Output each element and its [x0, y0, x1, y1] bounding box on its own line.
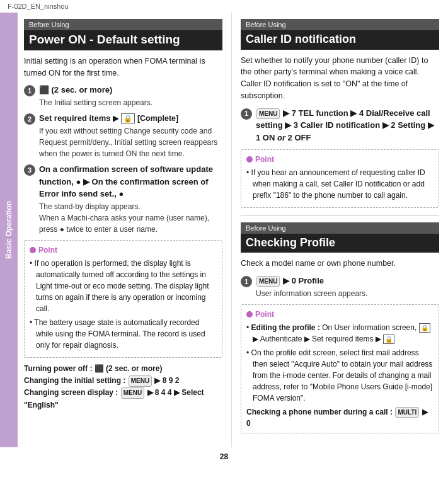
profile-point-box: Point Editing the profile : On User info… [241, 304, 439, 433]
profile-step-sub: User information screen appears. [256, 288, 439, 299]
content-area: Basic Operation Before Using Power ON - … [0, 13, 448, 447]
step3-sub: The stand-by display appears.When a Mach… [39, 201, 222, 235]
step-content-3: On a confirmation screen of software upd… [39, 163, 222, 235]
caller-id-bullet-1: If you hear an announcement of requestin… [246, 167, 434, 201]
step-num-3: 3 [24, 164, 35, 176]
caller-id-point-label: Point [246, 154, 434, 165]
step-1: 1 ⬛ (2 sec. or more) The Initial setting… [24, 84, 222, 108]
profile-header: Before Using [241, 222, 439, 234]
profile-point-label: Point [246, 309, 434, 320]
right-column: Before Using Caller ID notification Set … [232, 13, 448, 447]
left-point-label: Point [30, 244, 217, 256]
left-bullet-1: If no operation is performed, the displa… [30, 258, 217, 314]
step1-main: (2 sec. or more) [51, 85, 112, 94]
left-bullet-2: The battery usage state is automatically… [30, 317, 217, 351]
step1-icon: ⬛ [39, 85, 49, 94]
step2-sub: If you exit without setting Change secur… [39, 125, 222, 159]
caller-id-title: Caller ID notification [241, 30, 439, 50]
filename-label: F-02D_EN_ninshou [8, 3, 69, 10]
left-intro: Initial setting is an operation when FOM… [24, 55, 222, 79]
profile-step-num: 1 [241, 276, 252, 287]
left-point-box: Point If no operation is performed, the … [24, 240, 222, 358]
checking-profile-section: Before Using Checking Profile Check a mo… [241, 222, 439, 433]
left-bold-1: Turning power off : ⬛ (2 sec. or more) [24, 363, 222, 375]
caller-id-point-box: Point If you hear an announcement of req… [241, 149, 439, 208]
left-section: Before Using Power ON - Default setting … [24, 19, 222, 411]
caller-id-section: Before Using Caller ID notification Set … [241, 19, 439, 208]
profile-step-content: MENU ▶ 0 Profile User information screen… [256, 275, 439, 299]
step-content-2: Set required items ▶ 🔒 [Complete] If you… [39, 112, 222, 159]
step2-rest: ▶ 🔒 [Complete] [113, 114, 178, 123]
profile-step-1: 1 MENU ▶ 0 Profile User information scre… [241, 275, 439, 299]
page-number: 28 [0, 447, 448, 464]
profile-intro: Check a model name or own phone number. [241, 258, 439, 270]
caller-id-header: Before Using [241, 19, 439, 30]
caller-id-intro: Set whether to notify your phone number … [241, 55, 439, 102]
left-title: Power ON - Default setting [24, 30, 222, 50]
step-content-1: ⬛ (2 sec. or more) The Initial setting s… [39, 84, 222, 108]
section-divider [241, 215, 439, 216]
caller-id-step-text: MENU ▶ 7 TEL function ▶ 4 Dial/Receive c… [256, 108, 434, 143]
step2-main: Set required items [39, 113, 110, 123]
sidebar-tab: Basic Operation [0, 13, 18, 447]
profile-bullet-1: Editing the profile : On User informatio… [246, 322, 434, 345]
profile-bullet-2: On the profile edit screen, select first… [246, 347, 434, 404]
caller-id-steps: 1 MENU ▶ 7 TEL function ▶ 4 Dial/Receive… [241, 107, 439, 144]
left-bold-2: Changing the initial setting : MENU ▶ 8 … [24, 375, 222, 387]
main-columns: Before Using Power ON - Default setting … [18, 13, 448, 447]
top-bar: F-02D_EN_ninshou [0, 0, 448, 13]
page-wrapper: F-02D_EN_ninshou Basic Operation Before … [0, 0, 448, 492]
profile-steps: 1 MENU ▶ 0 Profile User information scre… [241, 275, 439, 299]
profile-step-text: MENU ▶ 0 Profile [256, 276, 324, 285]
profile-title: Checking Profile [241, 234, 439, 253]
left-header: Before Using [24, 19, 222, 30]
step-num-2: 2 [24, 113, 35, 125]
sidebar-label: Basic Operation [4, 201, 13, 259]
left-steps: 1 ⬛ (2 sec. or more) The Initial setting… [24, 84, 222, 235]
step-3: 3 On a confirmation screen of software u… [24, 163, 222, 235]
caller-id-step-num: 1 [241, 108, 252, 120]
step-num-1: 1 [24, 85, 35, 96]
step-2: 2 Set required items ▶ 🔒 [Complete] If y… [24, 112, 222, 159]
caller-id-step-content: MENU ▶ 7 TEL function ▶ 4 Dial/Receive c… [256, 107, 439, 144]
profile-bullet-3: Checking a phone number during a call : … [246, 406, 434, 429]
step1-sub: The Initial setting screen appears. [39, 97, 222, 108]
left-column: Before Using Power ON - Default setting … [18, 13, 232, 447]
left-bold-3: Changing screen display : MENU ▶ 8 4 4 ▶… [24, 387, 222, 411]
caller-id-step-1: 1 MENU ▶ 7 TEL function ▶ 4 Dial/Receive… [241, 107, 439, 144]
step3-main: On a confirmation screen of software upd… [39, 164, 213, 199]
